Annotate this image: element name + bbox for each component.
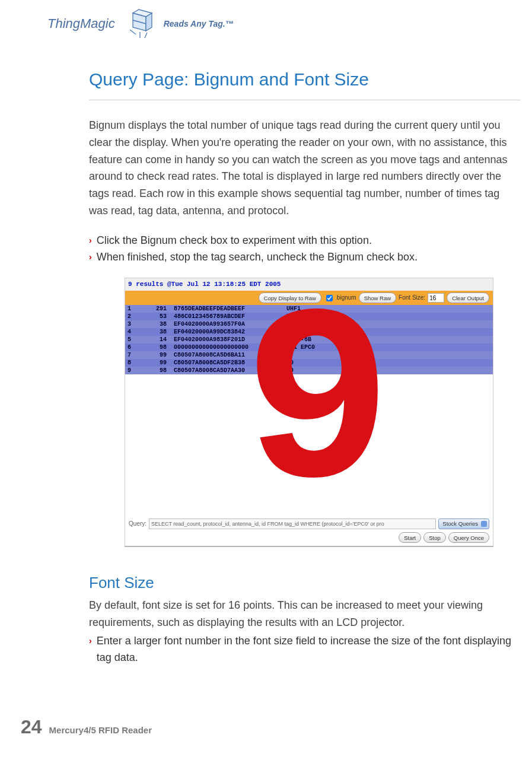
start-button[interactable]: Start	[399, 532, 421, 543]
page-footer: 24 Mercury4/5 RFID Reader	[21, 712, 152, 742]
cell-count: 38	[143, 320, 174, 328]
show-raw-button[interactable]: Show Raw	[359, 292, 396, 303]
bignum-checkbox[interactable]	[326, 295, 333, 301]
query-row: Query: SELECT read_count, protocol_id, a…	[125, 517, 493, 531]
cell-seq: 7	[128, 351, 143, 359]
bullet-text: Click the Bignum check box to experiment…	[97, 233, 372, 249]
cell-tagdata: 000000000000000000000	[174, 344, 286, 351]
cell-tagdata: 486C0123456789ABCDEF	[174, 313, 286, 320]
cell-seq: 9	[128, 367, 143, 374]
footer-doc-title: Mercury4/5 RFID Reader	[49, 723, 152, 737]
cell-seq: 3	[128, 320, 143, 328]
cell-rest: UHF1	[286, 305, 490, 313]
fontsize-label: Font Size:	[399, 293, 425, 303]
cell-seq: 5	[128, 336, 143, 344]
figure-bottom-controls: Start Stop Query Once	[125, 531, 493, 546]
bullet-icon: ›	[89, 251, 92, 264]
query-input[interactable]: SELECT read_count, protocol_id, antenna_…	[149, 519, 436, 529]
cell-tagdata: EF04020000A99DC83842	[174, 328, 286, 336]
cell-rest: HF1 EPC0	[286, 344, 490, 351]
cell-rest: U	[286, 328, 490, 336]
list-item: › Click the Bignum check box to experime…	[89, 233, 520, 249]
bullet-text: Enter a larger font number in the font s…	[97, 633, 520, 666]
subsection-title-fontsize: Font Size	[89, 571, 520, 596]
fontsize-input[interactable]	[428, 293, 444, 303]
bullet-icon: ›	[89, 635, 92, 648]
cell-tagdata: C80507A8008CA5D6BA11	[174, 351, 286, 359]
bignum-label: bignum	[337, 293, 356, 303]
cell-seq: 1	[128, 305, 143, 313]
cell-count: 99	[143, 351, 174, 359]
cell-rest: UH	[286, 320, 490, 328]
cell-count: 291	[143, 305, 174, 313]
cell-rest: .000-6B	[286, 336, 490, 344]
cell-seq: 2	[128, 313, 143, 320]
cell-tagdata: EF04020000A9838F201D	[174, 336, 286, 344]
cell-rest: C0	[286, 359, 490, 367]
query-label: Query:	[129, 519, 146, 529]
copy-display-button[interactable]: Copy Display to Raw	[259, 292, 321, 303]
cell-rest: UHF1	[286, 313, 490, 320]
svg-line-6	[145, 33, 147, 38]
cell-count: 14	[143, 336, 174, 344]
fontsize-paragraph: By default, font size is set for 16 poin…	[89, 597, 520, 631]
page-number: 24	[21, 712, 42, 742]
cell-seq: 8	[128, 359, 143, 367]
list-item: › When finished, stop the tag search, un…	[89, 249, 520, 266]
brand-logo-icon	[121, 6, 157, 42]
list-item: › Enter a larger font number in the font…	[89, 633, 520, 666]
bullet-list: › Click the Bignum check box to experime…	[89, 233, 520, 266]
cell-tagdata: 8765DEADBEEFDEADBEEF	[174, 305, 286, 313]
page-header: ThingMagic Reads Any Tag.™	[0, 0, 532, 47]
cell-tagdata: C80507A8008CA5D7AA30	[174, 367, 286, 374]
cell-rest: 0	[286, 351, 490, 359]
stock-queries-select[interactable]: Stock Queries	[438, 519, 489, 529]
cell-tagdata: C80507A8008CA5DF2B38	[174, 359, 286, 367]
clear-output-button[interactable]: Clear Output	[447, 292, 489, 303]
results-table: 12918765DEADBEEFDEADBEEFUHF1 253486C0123…	[125, 305, 493, 374]
section-title: Query Page: Bignum and Font Size	[89, 65, 520, 100]
brand-tagline: Reads Any Tag.™	[164, 17, 234, 30]
bullet-icon: ›	[89, 234, 92, 247]
figure-toolbar: Copy Display to Raw bignum Show Raw Font…	[125, 291, 493, 305]
svg-line-4	[130, 30, 136, 34]
cell-count: 53	[143, 313, 174, 320]
cell-count: 98	[143, 367, 174, 374]
cell-count: 99	[143, 359, 174, 367]
cell-count: 98	[143, 344, 174, 351]
bullet-text: When finished, stop the tag search, unch…	[97, 249, 418, 266]
intro-paragraph: Bignum displays the total number of uniq…	[89, 117, 520, 220]
results-whitespace	[125, 374, 493, 517]
brand-name: ThingMagic	[47, 13, 115, 34]
cell-seq: 6	[128, 344, 143, 351]
results-status: 9 results @Tue Jul 12 13:18:25 EDT 2005	[125, 278, 493, 291]
query-screenshot: 9 results @Tue Jul 12 13:18:25 EDT 2005 …	[125, 278, 493, 548]
cell-tagdata: EF04020000A993657F0A	[174, 320, 286, 328]
cell-rest: C0	[286, 367, 490, 374]
cell-seq: 4	[128, 328, 143, 336]
cell-count: 38	[143, 328, 174, 336]
query-once-button[interactable]: Query Once	[448, 532, 489, 543]
stop-button[interactable]: Stop	[423, 532, 446, 543]
